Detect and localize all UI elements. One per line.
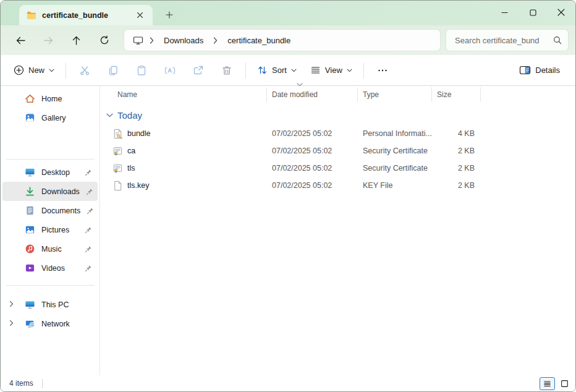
status-divider	[42, 379, 43, 388]
group-collapse-chevron-icon[interactable]	[106, 113, 113, 117]
documents-icon	[25, 205, 35, 216]
view-button[interactable]: View	[303, 59, 359, 82]
sidebar-label: Network	[41, 320, 70, 328]
copy-button[interactable]	[99, 59, 127, 82]
group-header-today[interactable]: Today	[100, 108, 575, 123]
network-icon	[25, 318, 35, 329]
new-tab-button[interactable]	[161, 7, 177, 23]
sidebar-item-documents[interactable]: Documents	[2, 201, 98, 220]
sidebar-label: Desktop	[41, 168, 70, 177]
file-row-bundle[interactable]: bundle 07/02/2025 05:02 Personal Informa…	[100, 125, 575, 142]
chevron-right-icon[interactable]	[213, 37, 218, 44]
delete-button[interactable]	[213, 59, 241, 82]
chevron-down-icon	[49, 69, 54, 72]
file-size: 2 KB	[432, 181, 481, 190]
maximize-button[interactable]	[519, 1, 547, 24]
breadcrumb-downloads[interactable]: Downloads	[160, 33, 207, 48]
column-label: Date modified	[272, 90, 318, 99]
sidebar-item-gallery[interactable]: Gallery	[2, 108, 98, 127]
file-name: tls	[127, 164, 135, 173]
status-bar: 4 items	[1, 375, 575, 391]
sidebar-spacer	[1, 127, 100, 156]
expand-chevron-icon[interactable]	[9, 320, 14, 326]
refresh-button[interactable]	[90, 29, 118, 51]
folder-icon	[27, 11, 36, 20]
sort-button-label: Sort	[272, 66, 287, 75]
search-input[interactable]	[454, 35, 553, 46]
items-count: 4 items	[9, 379, 33, 388]
sidebar-item-videos[interactable]: Videos	[2, 258, 98, 278]
chevron-down-icon	[347, 69, 352, 72]
new-button-label: New	[28, 66, 44, 75]
file-size: 2 KB	[432, 164, 481, 173]
toolbar-divider	[66, 62, 66, 79]
file-type: KEY File	[358, 181, 432, 190]
sidebar-label: Gallery	[41, 114, 66, 122]
search-box[interactable]	[446, 30, 568, 51]
view-button-label: View	[325, 66, 342, 75]
file-explorer-window: certificate_bundle	[0, 0, 576, 392]
column-header-date-modified[interactable]: Date modified	[267, 87, 358, 102]
minimize-button[interactable]	[490, 1, 519, 24]
sort-button[interactable]: Sort	[250, 59, 303, 82]
file-name: bundle	[127, 129, 151, 138]
view-toggles	[540, 377, 572, 390]
pictures-icon	[25, 224, 35, 235]
sidebar-item-network[interactable]: Network	[2, 314, 98, 333]
up-button[interactable]	[62, 29, 90, 51]
title-bar: certificate_bundle	[1, 1, 575, 25]
breadcrumb-certificate-bundle[interactable]: certificate_bundle	[224, 33, 294, 48]
details-view-button[interactable]	[540, 377, 555, 390]
file-size: 2 KB	[432, 147, 481, 155]
expand-chevron-icon[interactable]	[9, 300, 14, 307]
home-icon	[25, 93, 35, 104]
address-bar[interactable]: Downloads certificate_bundle	[124, 30, 440, 51]
sidebar-item-music[interactable]: Music	[2, 239, 98, 258]
sidebar-label: Downloads	[41, 187, 80, 196]
sidebar-item-desktop[interactable]: Desktop	[2, 163, 98, 182]
column-header-type[interactable]: Type	[358, 87, 432, 102]
paste-button[interactable]	[127, 59, 156, 82]
more-options-button[interactable]	[368, 59, 397, 82]
file-date: 07/02/2025 05:02	[267, 147, 358, 155]
chevron-right-icon[interactable]	[150, 37, 154, 44]
sidebar-item-this-pc[interactable]: This PC	[2, 295, 98, 314]
sort-descending-icon	[297, 83, 303, 87]
tab-title: certificate_bundle	[42, 11, 126, 20]
close-button[interactable]	[547, 1, 575, 24]
column-header-size[interactable]: Size	[432, 87, 481, 102]
navigation-pane: Home Gallery Desktop	[1, 86, 100, 375]
column-label: Type	[363, 90, 379, 99]
details-pane-button[interactable]: Details	[512, 59, 567, 82]
pin-icon	[87, 207, 94, 215]
sidebar-divider	[6, 159, 95, 160]
desktop-icon	[25, 167, 35, 177]
gallery-icon	[25, 113, 35, 123]
search-icon[interactable]	[553, 36, 562, 45]
share-button[interactable]	[184, 59, 213, 82]
key-file-icon	[112, 181, 123, 191]
file-type: Security Certificate	[358, 164, 432, 173]
new-button[interactable]: New	[7, 59, 61, 82]
sidebar-label: This PC	[41, 300, 69, 309]
tab-close-icon[interactable]	[132, 7, 148, 23]
downloads-icon	[25, 186, 35, 197]
file-row-tls[interactable]: tls 07/02/2025 05:02 Security Certificat…	[100, 160, 575, 177]
sidebar-item-home[interactable]: Home	[2, 89, 98, 108]
forward-button[interactable]	[35, 29, 62, 51]
file-type: Personal Informati...	[358, 129, 432, 138]
file-row-tls-key[interactable]: tls.key 07/02/2025 05:02 KEY File 2 KB	[100, 177, 575, 194]
file-row-ca[interactable]: ca 07/02/2025 05:02 Security Certificate…	[100, 142, 575, 160]
back-button[interactable]	[7, 29, 35, 51]
sidebar-item-downloads[interactable]: Downloads	[2, 182, 98, 201]
column-header-name[interactable]: Name	[100, 87, 267, 102]
sidebar-label: Home	[41, 95, 62, 103]
explorer-tab[interactable]: certificate_bundle	[19, 5, 153, 25]
column-headers: Name Date modified Type Size	[100, 87, 575, 102]
large-icons-view-button[interactable]	[557, 377, 572, 390]
main-area: Home Gallery Desktop	[1, 86, 575, 375]
rename-button[interactable]	[156, 59, 184, 82]
details-pane-label: Details	[535, 66, 560, 75]
sidebar-item-pictures[interactable]: Pictures	[2, 220, 98, 239]
cut-button[interactable]	[70, 59, 99, 82]
